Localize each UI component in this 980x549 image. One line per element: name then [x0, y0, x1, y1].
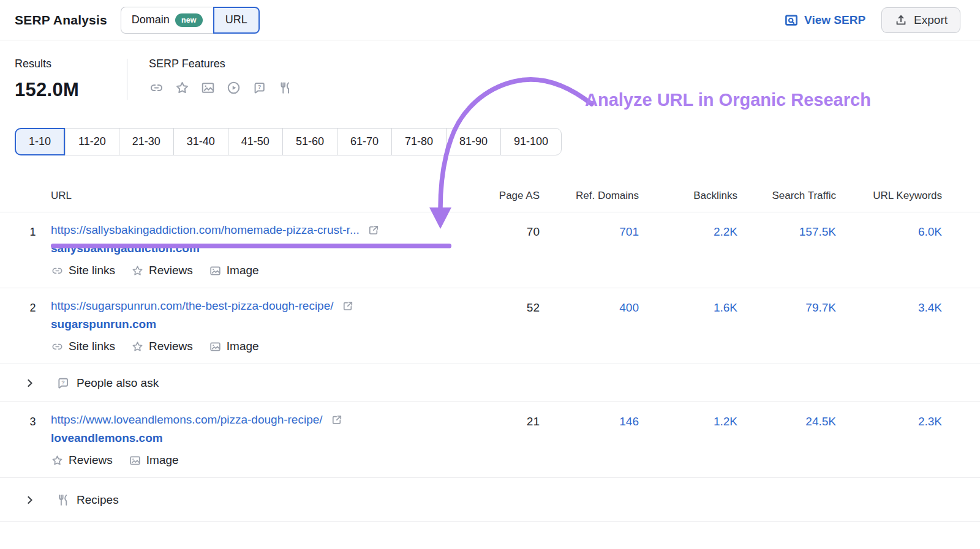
feature-chip-label: Site links	[69, 340, 115, 353]
table-row: 3 https://www.loveandlemons.com/pizza-do…	[0, 402, 980, 478]
recipes-icon	[56, 493, 70, 507]
page-range-61-70[interactable]: 61-70	[337, 128, 391, 155]
serp-pagination: 1-10 11-20 21-30 31-40 41-50 51-60 61-70…	[15, 128, 562, 155]
reviews-star-icon	[51, 454, 64, 467]
page-range-51-60[interactable]: 51-60	[282, 128, 337, 155]
column-header-url: URL	[51, 190, 448, 202]
metric-search-traffic-link[interactable]: 24.5K	[805, 415, 836, 428]
toggle-url-label: URL	[225, 13, 247, 26]
serp-features-label: SERP Features	[149, 58, 293, 70]
feature-chip-image: Image	[129, 454, 179, 467]
serp-features-icon-row: ?	[149, 80, 293, 95]
view-serp-link[interactable]: View SERP	[784, 13, 865, 28]
result-domain-link[interactable]: loveandlemons.com	[51, 431, 163, 445]
feature-chip-label: Site links	[69, 264, 115, 277]
external-link-icon[interactable]	[330, 413, 344, 427]
image-icon	[209, 340, 222, 353]
metric-url-keywords-link[interactable]: 2.3K	[918, 415, 942, 428]
reviews-star-icon	[131, 340, 144, 353]
feature-chip-label: Image	[146, 454, 179, 467]
image-icon	[209, 264, 222, 277]
metric-search-traffic-link[interactable]: 79.7K	[805, 301, 836, 314]
table-row: 1 https://sallysbakingaddiction.com/home…	[0, 212, 980, 288]
feature-chip-label: Reviews	[69, 454, 113, 467]
page-title: SERP Analysis	[15, 13, 107, 28]
result-rank: 2	[15, 299, 51, 353]
metric-url-keywords-link[interactable]: 6.0K	[918, 225, 942, 238]
result-url-link[interactable]: https://sallysbakingaddiction.com/homema…	[51, 223, 360, 237]
external-link-icon[interactable]	[341, 299, 355, 313]
feature-chip-reviews: Reviews	[131, 340, 193, 353]
export-label: Export	[914, 13, 948, 27]
metric-ref-domains-link[interactable]: 146	[619, 415, 639, 428]
metric-page-as: 52	[448, 299, 540, 353]
feature-chip-sitelinks: Site links	[51, 340, 115, 353]
metric-backlinks-link[interactable]: 1.2K	[714, 415, 737, 428]
people-also-ask-icon: ?	[252, 80, 267, 95]
expand-chevron-icon[interactable]	[15, 493, 37, 507]
metric-url-keywords-link[interactable]: 3.4K	[918, 301, 942, 314]
serp-results-table: URL Page AS Ref. Domains Backlinks Searc…	[0, 181, 980, 522]
metric-page-as: 70	[448, 223, 540, 277]
feature-chip-label: Reviews	[149, 340, 193, 353]
page-range-81-90[interactable]: 81-90	[446, 128, 500, 155]
result-url-link[interactable]: https://www.loveandlemons.com/pizza-doug…	[51, 413, 323, 427]
metric-search-traffic-link[interactable]: 157.5K	[799, 225, 836, 238]
result-url-cell: https://sugarspunrun.com/the-best-pizza-…	[51, 299, 448, 353]
external-link-icon[interactable]	[367, 223, 380, 237]
sitelinks-icon	[51, 340, 64, 353]
metric-page-as: 21	[448, 413, 540, 467]
feature-chip-reviews: Reviews	[51, 454, 113, 467]
view-serp-icon	[784, 13, 799, 28]
page-range-31-40[interactable]: 31-40	[173, 128, 228, 155]
serp-features-block: SERP Features	[127, 58, 293, 95]
toggle-domain-label: Domain	[132, 13, 170, 26]
results-value: 152.0M	[15, 79, 127, 101]
metric-backlinks-link[interactable]: 1.6K	[714, 301, 737, 314]
page-range-91-100[interactable]: 91-100	[500, 128, 562, 155]
metric-ref-domains-link[interactable]: 701	[619, 225, 639, 238]
reviews-star-icon	[175, 80, 190, 95]
export-icon	[894, 13, 908, 27]
expand-chevron-icon[interactable]	[15, 376, 37, 390]
column-header-page-as: Page AS	[448, 190, 540, 202]
feature-chip-image: Image	[209, 264, 259, 277]
top-bar: SERP Analysis Domain new URL View SER	[0, 0, 980, 40]
view-serp-label: View SERP	[804, 13, 865, 27]
page-range-41-50[interactable]: 41-50	[228, 128, 282, 155]
recipes-row[interactable]: Recipes	[0, 478, 980, 522]
reviews-star-icon	[131, 264, 144, 277]
result-domain-link[interactable]: sugarspunrun.com	[51, 318, 156, 331]
page-range-21-30[interactable]: 21-30	[119, 128, 173, 155]
feature-chip-label: Reviews	[149, 264, 193, 277]
metric-ref-domains-link[interactable]: 400	[619, 301, 639, 314]
column-header-search-traffic: Search Traffic	[737, 190, 836, 202]
result-domain-link[interactable]: sallysbakingaddiction.com	[51, 242, 200, 255]
svg-text:?: ?	[61, 379, 65, 385]
result-rank: 3	[15, 413, 51, 467]
result-serp-features: Site links Reviews Image	[51, 340, 448, 353]
feature-chip-label: Image	[227, 340, 259, 353]
new-badge: new	[175, 13, 203, 27]
result-serp-features: Site links Reviews Image	[51, 264, 448, 277]
video-icon	[226, 80, 241, 95]
result-url-link[interactable]: https://sugarspunrun.com/the-best-pizza-…	[51, 299, 334, 313]
column-header-url-keywords: URL Keywords	[836, 190, 942, 202]
people-also-ask-row[interactable]: ? People also ask	[0, 364, 980, 402]
page-range-11-20[interactable]: 11-20	[65, 128, 119, 155]
page-range-71-80[interactable]: 71-80	[391, 128, 446, 155]
svg-text:?: ?	[258, 84, 262, 90]
image-icon	[200, 80, 216, 95]
feature-row-label: Recipes	[77, 493, 119, 507]
export-button[interactable]: Export	[881, 7, 960, 33]
toggle-domain[interactable]: Domain new	[121, 7, 213, 34]
page-range-1-10[interactable]: 1-10	[15, 128, 65, 155]
table-row: 2 https://sugarspunrun.com/the-best-pizz…	[0, 288, 980, 364]
metric-backlinks-link[interactable]: 2.2K	[714, 225, 737, 238]
toggle-url[interactable]: URL	[213, 7, 260, 34]
feature-chip-image: Image	[209, 340, 259, 353]
table-header-row: URL Page AS Ref. Domains Backlinks Searc…	[0, 181, 980, 212]
feature-chip-label: Image	[227, 264, 259, 277]
column-header-backlinks: Backlinks	[639, 190, 737, 202]
recipes-icon	[277, 80, 293, 95]
